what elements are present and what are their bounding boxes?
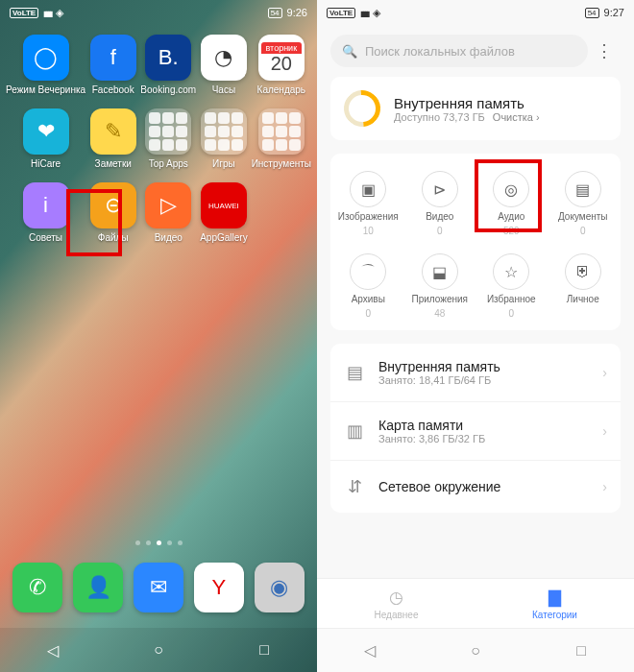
- app-icon: B.: [145, 35, 191, 81]
- app-label: Заметки: [95, 158, 132, 169]
- cat-count: 529: [503, 226, 520, 236]
- app-label: Режим Вечеринка: [6, 84, 85, 95]
- storage-text: Внутренняя память Доступно 73,73 ГБ Очис…: [394, 95, 540, 123]
- nav-recent-icon[interactable]: □: [251, 641, 278, 659]
- app-заметки[interactable]: ✎Заметки: [89, 108, 136, 169]
- docs-icon: ▤: [565, 171, 601, 207]
- app-label: Booking.com: [140, 84, 196, 95]
- nav-home-icon[interactable]: ○: [462, 642, 489, 660]
- nav-home-icon[interactable]: ○: [145, 641, 172, 659]
- app-booking.com[interactable]: B.Booking.com: [140, 35, 196, 95]
- net-icon: ⇵: [344, 476, 365, 497]
- app-icon: [201, 108, 247, 155]
- app-часы[interactable]: ◔Часы: [200, 35, 247, 95]
- storage-sd[interactable]: ▥Карта памятиЗанято: 3,86 ГБ/32 ГБ›: [330, 402, 621, 461]
- cat-label: Документы: [558, 211, 608, 222]
- cat-count: 0: [580, 226, 586, 236]
- app-icon: ⊝: [90, 182, 136, 228]
- bottom-tabs: ◷ Недавнее ▇ Категории: [317, 578, 634, 628]
- storage-internal[interactable]: ▤Внутренняя памятьЗанято: 18,41 ГБ/64 ГБ…: [330, 344, 621, 402]
- volte-indicator: VoLTE: [10, 8, 38, 18]
- clock: 9:26: [287, 7, 307, 18]
- audio-icon: ◎: [493, 171, 529, 207]
- app-top-apps[interactable]: Top Apps: [140, 108, 196, 169]
- cat-apps[interactable]: ⬓Приложения48: [404, 253, 476, 319]
- nav-back-icon[interactable]: ◁: [39, 641, 66, 660]
- app-файлы[interactable]: ⊝Файлы: [89, 182, 136, 243]
- app-label: Top Apps: [149, 158, 188, 169]
- nav-bar: ◁ ○ □: [317, 628, 634, 672]
- dock-camera[interactable]: ◉: [255, 563, 305, 612]
- storage-list: ▤Внутренняя памятьЗанято: 18,41 ГБ/64 ГБ…: [330, 344, 621, 513]
- cat-label: Аудио: [498, 211, 524, 222]
- cat-label: Приложения: [411, 294, 468, 304]
- app-icon: [258, 108, 305, 155]
- status-bar: VoLTE 54 9:27: [317, 0, 634, 25]
- app-hicare[interactable]: ❤HiCare: [6, 108, 85, 169]
- home-screen: VoLTE 54 9:26 ◯Режим ВечеринкаfFacebookB…: [0, 0, 317, 672]
- storage-card[interactable]: Внутренняя память Доступно 73,73 ГБ Очис…: [330, 77, 621, 140]
- cat-fav[interactable]: ☆Избранное0: [476, 253, 548, 319]
- search-icon: 🔍: [342, 44, 357, 59]
- app-советы[interactable]: iСоветы: [6, 182, 85, 243]
- cat-images[interactable]: ▣Изображения10: [332, 171, 404, 236]
- app-label: Facebook: [92, 84, 134, 95]
- storage-sub: Занято: 3,86 ГБ/32 ГБ: [378, 433, 485, 444]
- storage-ring-icon: [336, 83, 388, 134]
- clock: 9:27: [604, 7, 624, 18]
- cat-count: 0: [437, 226, 443, 236]
- storage-title: Карта памяти: [378, 418, 485, 433]
- signal-icon: [43, 7, 51, 18]
- battery-pct: 54: [268, 8, 282, 18]
- video-icon: ⊳: [422, 171, 458, 207]
- app-icon: ❤: [23, 108, 69, 155]
- tab-categories[interactable]: ▇ Категории: [476, 579, 634, 628]
- app-календарь[interactable]: вторник20Календарь: [252, 35, 311, 95]
- app-label: Игры: [212, 158, 235, 169]
- cat-video[interactable]: ⊳Видео0: [404, 171, 476, 236]
- dock-yandex[interactable]: Y: [194, 563, 244, 612]
- dock-dialer[interactable]: ✆: [12, 563, 62, 612]
- cat-label: Избранное: [487, 294, 536, 304]
- storage-net[interactable]: ⇵Сетевое окружение›: [330, 461, 621, 513]
- dock-contacts[interactable]: 👤: [73, 563, 123, 612]
- storage-sub: Занято: 18,41 ГБ/64 ГБ: [378, 374, 500, 386]
- app-игры[interactable]: Игры: [200, 108, 247, 169]
- app-label: HiCare: [31, 158, 61, 169]
- archives-icon: ⌒: [350, 253, 386, 290]
- page-indicator: [0, 540, 317, 545]
- app-режим-вечеринка[interactable]: ◯Режим Вечеринка: [6, 35, 85, 95]
- storage-title: Внутренняя память: [394, 95, 540, 111]
- app-label: AppGallery: [200, 232, 247, 243]
- cat-label: Личное: [567, 294, 599, 304]
- app-icon: вторник20: [258, 35, 305, 81]
- app-icon: ▷: [145, 182, 191, 228]
- more-menu-icon[interactable]: ⋮: [588, 40, 621, 61]
- battery-pct: 54: [585, 8, 599, 18]
- cat-count: 48: [434, 308, 445, 319]
- cat-archives[interactable]: ⌒Архивы0: [332, 253, 404, 319]
- signal-icon: [360, 7, 368, 18]
- app-appgallery[interactable]: HUAWEIAppGallery: [200, 182, 247, 243]
- cat-docs[interactable]: ▤Документы0: [548, 171, 620, 236]
- app-icon: ◯: [23, 35, 69, 81]
- app-icon: [145, 108, 191, 155]
- app-инструменты[interactable]: Инструменты: [252, 108, 311, 169]
- nav-back-icon[interactable]: ◁: [356, 641, 383, 660]
- cat-audio[interactable]: ◎Аудио529: [476, 171, 548, 236]
- nav-recent-icon[interactable]: □: [568, 642, 595, 660]
- chevron-right-icon: ›: [602, 479, 607, 494]
- images-icon: ▣: [350, 171, 386, 207]
- search-input[interactable]: 🔍 Поиск локальных файлов: [330, 35, 588, 67]
- app-icon: HUAWEI: [201, 182, 247, 228]
- app-видео[interactable]: ▷Видео: [140, 182, 196, 243]
- cat-label: Архивы: [352, 294, 385, 304]
- cleanup-link[interactable]: Очистка ›: [493, 111, 540, 123]
- dock-messages[interactable]: ✉: [134, 563, 183, 612]
- cat-private[interactable]: ⛨Личное: [548, 253, 620, 319]
- search-row: 🔍 Поиск локальных файлов ⋮: [330, 35, 621, 67]
- private-icon: ⛨: [565, 253, 601, 290]
- wifi-icon: [373, 7, 380, 19]
- app-facebook[interactable]: fFacebook: [89, 35, 136, 95]
- tab-recent[interactable]: ◷ Недавнее: [317, 579, 476, 628]
